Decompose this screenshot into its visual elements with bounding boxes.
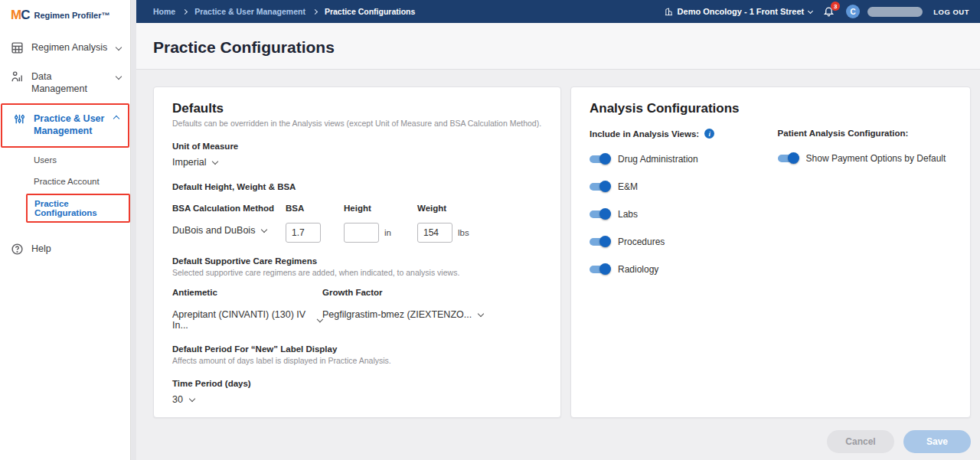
sidebar-item-practice-account[interactable]: Practice Account xyxy=(0,171,130,192)
practice-selector[interactable]: Demo Oncology - 1 Front Street xyxy=(665,7,813,16)
notification-badge: 3 xyxy=(831,2,840,11)
bsa-input[interactable] xyxy=(286,223,321,243)
defaults-card-title: Defaults xyxy=(172,101,542,116)
analysis-card-title: Analysis Configurations xyxy=(590,101,952,116)
avatar[interactable]: C xyxy=(846,5,860,18)
sidebar-item-label: Data Management xyxy=(31,71,109,95)
patient-analysis-label: Patient Analysis Configuration: xyxy=(778,129,909,138)
toggle-switch-icon xyxy=(590,154,609,165)
time-period-label: Time Period (days) xyxy=(172,379,542,388)
analysis-columns: Include in Analysis Views: i Drug Admini… xyxy=(590,129,952,292)
annotation-highlight-practice-configurations: Practice Configurations xyxy=(26,194,130,223)
sidebar-scrollbar-track[interactable] xyxy=(130,0,136,460)
cancel-button[interactable]: Cancel xyxy=(827,430,894,453)
supportive-care-heading: Default Supportive Care Regimens xyxy=(172,256,542,266)
breadcrumb-current: Practice Configurations xyxy=(325,7,415,16)
height-input[interactable] xyxy=(344,223,379,243)
defaults-card: Defaults Defaults can be overridden in t… xyxy=(153,86,561,418)
content-area: Defaults Defaults can be overridden in t… xyxy=(136,70,980,423)
logo-icon: MC xyxy=(11,8,29,23)
brand-name: Regimen Profiler™ xyxy=(34,11,109,20)
toggle-switch-icon xyxy=(590,264,609,275)
antiemetic-label: Antiemetic xyxy=(172,288,322,297)
bsa-label: BSA xyxy=(286,204,344,213)
supportive-care-subtitle: Selected supportive care regimens are ad… xyxy=(172,268,542,277)
save-button[interactable]: Save xyxy=(903,430,971,453)
sidebar-item-practice-user-management[interactable]: Practice & User Management xyxy=(2,105,128,145)
sidebar-item-label: Practice & User Management xyxy=(34,113,106,137)
breadcrumb-separator-icon xyxy=(312,8,318,14)
new-label-subtitle: Affects amount of days label is displaye… xyxy=(172,356,542,365)
breadcrumb-practice-user-management[interactable]: Practice & User Management xyxy=(194,7,305,16)
supportive-care-row: Antiemetic Aprepitant (CINVANTI) (130) I… xyxy=(172,288,542,331)
chevron-down-icon xyxy=(808,8,813,13)
toggle-em[interactable]: E&M xyxy=(590,181,778,192)
footer-actions: Cancel Save xyxy=(136,423,980,460)
toggle-labs[interactable]: Labs xyxy=(590,209,778,220)
hwb-heading: Default Height, Weight & BSA xyxy=(172,182,542,191)
help-icon xyxy=(11,243,24,256)
new-label-heading: Default Period For “New” Label Display xyxy=(172,344,542,354)
toggle-show-payment-options[interactable]: Show Payment Options by Default xyxy=(778,153,952,164)
chevron-down-icon xyxy=(261,226,267,232)
sidebar-item-help[interactable]: Help xyxy=(0,235,130,264)
unit-of-measure-select[interactable]: Imperial xyxy=(172,157,217,168)
sidebar-subnav: Users Practice Account Practice Configur… xyxy=(0,148,130,229)
toggle-switch-icon xyxy=(590,237,609,247)
top-navigation-bar: Home Practice & User Management Practice… xyxy=(136,0,980,23)
info-icon[interactable]: i xyxy=(704,129,714,139)
data-management-icon xyxy=(11,70,24,83)
topbar-right-group: Demo Oncology - 1 Front Street 3 C LOG O… xyxy=(665,5,969,18)
growth-factor-value: Pegfilgrastim-bmez (ZIEXTENZO... xyxy=(322,309,472,320)
toggle-label: Drug Administration xyxy=(618,154,698,165)
sidebar-item-users[interactable]: Users xyxy=(0,149,130,171)
toggle-radiology[interactable]: Radiology xyxy=(590,264,778,275)
toggle-switch-icon xyxy=(778,153,798,164)
logout-button[interactable]: LOG OUT xyxy=(933,8,969,16)
toggle-drug-administration[interactable]: Drug Administration xyxy=(590,154,778,165)
growth-factor-label: Growth Factor xyxy=(322,288,542,297)
time-period-select[interactable]: 30 xyxy=(172,394,194,405)
chevron-down-icon xyxy=(116,73,122,80)
unit-of-measure-value: Imperial xyxy=(172,157,206,168)
toggle-label: E&M xyxy=(618,181,638,192)
practice-user-icon xyxy=(13,113,26,126)
weight-input[interactable] xyxy=(417,223,452,243)
hwb-fields-row: BSA Calculation Method DuBois and DuBois… xyxy=(172,204,542,243)
page-title: Practice Configurations xyxy=(153,38,980,57)
annotation-highlight-practice-user: Practice & User Management xyxy=(1,103,129,147)
unit-of-measure-label: Unit of Measure xyxy=(172,142,542,151)
sidebar-item-data-management[interactable]: Data Management xyxy=(0,63,130,103)
notifications-button[interactable]: 3 xyxy=(823,5,835,18)
sidebar: MC Regimen Profiler™ Regimen Analysis Da… xyxy=(0,0,130,460)
antiemetic-select[interactable]: Aprepitant (CINVANTI) (130) IV In... xyxy=(172,309,322,331)
sidebar-item-practice-configurations[interactable]: Practice Configurations xyxy=(28,195,129,221)
building-icon xyxy=(665,8,673,16)
toggle-label: Labs xyxy=(618,209,638,220)
sidebar-item-regimen-analysis[interactable]: Regimen Analysis xyxy=(0,34,130,63)
chevron-up-icon xyxy=(113,116,119,122)
brand-logo[interactable]: MC Regimen Profiler™ xyxy=(0,0,130,34)
logo-m: M xyxy=(11,8,21,22)
breadcrumb-home[interactable]: Home xyxy=(153,7,175,16)
toggle-label: Show Payment Options by Default xyxy=(806,153,946,164)
bsa-method-select[interactable]: DuBois and DuBois xyxy=(172,225,266,236)
sidebar-item-label: Help xyxy=(31,243,122,256)
chevron-down-icon xyxy=(478,310,484,316)
defaults-card-subtitle: Defaults can be overridden in the Analys… xyxy=(172,119,542,128)
breadcrumb-separator-icon xyxy=(182,8,188,14)
time-period-value: 30 xyxy=(172,394,183,405)
chevron-down-icon xyxy=(116,44,122,51)
toggle-label: Radiology xyxy=(618,264,658,275)
main-area: Home Practice & User Management Practice… xyxy=(136,0,980,460)
toggle-switch-icon xyxy=(590,181,609,192)
bsa-method-label: BSA Calculation Method xyxy=(172,204,286,213)
growth-factor-select[interactable]: Pegfilgrastim-bmez (ZIEXTENZO... xyxy=(322,309,483,320)
page-header: Practice Configurations xyxy=(136,23,980,70)
toggle-procedures[interactable]: Procedures xyxy=(590,237,778,247)
toggle-label: Procedures xyxy=(618,237,665,247)
chevron-down-icon xyxy=(189,395,195,401)
breadcrumb: Home Practice & User Management Practice… xyxy=(153,7,415,16)
height-label: Height xyxy=(344,204,417,213)
chevron-down-icon xyxy=(212,158,218,164)
